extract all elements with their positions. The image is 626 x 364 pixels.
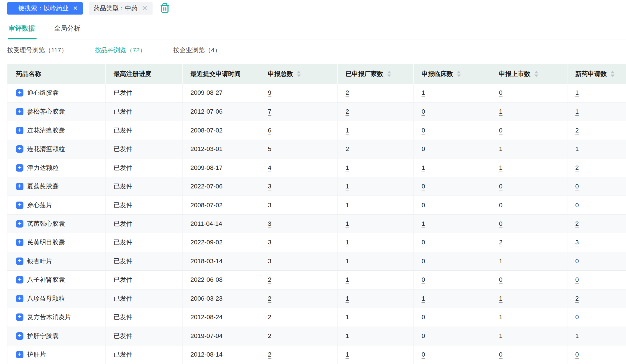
total-applications-link[interactable]: 6 <box>268 127 271 134</box>
total-applications-link[interactable]: 2 <box>268 332 271 339</box>
total-applications-link[interactable]: 2 <box>268 351 271 358</box>
manufacturers-link[interactable]: 1 <box>346 351 349 358</box>
tab-global-analysis[interactable]: 全局分析 <box>54 24 80 33</box>
manufacturers-link[interactable]: 2 <box>346 108 349 115</box>
total-applications-link[interactable]: 2 <box>268 276 271 283</box>
new-drug-applications-link[interactable]: 0 <box>575 313 579 321</box>
total-applications-link[interactable]: 2 <box>268 313 271 321</box>
new-drug-applications-link[interactable]: 0 <box>575 351 579 358</box>
manufacturers-link[interactable]: 1 <box>346 239 349 246</box>
new-drug-applications-link[interactable]: 0 <box>575 276 579 283</box>
manufacturers-link[interactable]: 2 <box>346 145 349 152</box>
caret-down-icon[interactable] <box>457 75 461 77</box>
close-icon[interactable]: ✕ <box>73 5 78 12</box>
clinical-applications-link[interactable]: 0 <box>422 108 425 115</box>
market-applications-link[interactable]: 0 <box>499 276 503 283</box>
new-drug-applications-link[interactable]: 1 <box>575 145 579 152</box>
caret-down-icon[interactable] <box>297 75 301 77</box>
expand-row-button[interactable]: + <box>16 202 23 209</box>
expand-row-button[interactable]: + <box>16 108 23 115</box>
expand-row-button[interactable]: + <box>16 276 23 283</box>
expand-row-button[interactable]: + <box>16 332 23 340</box>
manufacturers-link[interactable]: 1 <box>346 258 349 265</box>
new-drug-applications-link[interactable]: 2 <box>575 127 579 134</box>
clinical-applications-link[interactable]: 1 <box>422 164 425 171</box>
market-applications-link[interactable]: 0 <box>499 89 503 96</box>
expand-row-button[interactable]: + <box>16 89 23 96</box>
clinical-applications-link[interactable]: 1 <box>422 295 425 302</box>
total-applications-link[interactable]: 3 <box>268 239 271 246</box>
new-drug-applications-link[interactable]: 1 <box>575 89 579 96</box>
manufacturers-link[interactable]: 1 <box>346 127 349 134</box>
market-applications-link[interactable]: 2 <box>499 239 503 246</box>
caret-down-icon[interactable] <box>611 75 615 77</box>
market-applications-link[interactable]: 0 <box>499 351 503 358</box>
market-applications-link[interactable]: 1 <box>499 108 503 115</box>
total-applications-link[interactable]: 2 <box>268 295 271 302</box>
manufacturers-link[interactable]: 1 <box>346 202 349 209</box>
manufacturers-link[interactable]: 1 <box>346 220 349 227</box>
caret-up-icon[interactable] <box>387 71 391 73</box>
manufacturers-link[interactable]: 1 <box>346 276 349 283</box>
subtab-by-variety[interactable]: 按品种浏览（72） <box>95 46 146 55</box>
caret-up-icon[interactable] <box>457 71 461 73</box>
sort-control[interactable] <box>297 71 301 77</box>
expand-row-button[interactable]: + <box>16 313 23 321</box>
close-icon[interactable]: ✕ <box>142 4 148 12</box>
expand-row-button[interactable]: + <box>16 164 23 172</box>
clinical-applications-link[interactable]: 1 <box>422 89 425 96</box>
clinical-applications-link[interactable]: 0 <box>422 202 425 209</box>
market-applications-link[interactable]: 1 <box>499 164 503 171</box>
market-applications-link[interactable]: 0 <box>499 202 503 209</box>
caret-up-icon[interactable] <box>534 71 538 73</box>
market-applications-link[interactable]: 0 <box>499 183 503 190</box>
total-applications-link[interactable]: 3 <box>268 220 271 227</box>
new-drug-applications-link[interactable]: 3 <box>575 239 579 246</box>
market-applications-link[interactable]: 0 <box>499 220 503 227</box>
clinical-applications-link[interactable]: 0 <box>422 351 425 358</box>
total-applications-link[interactable]: 7 <box>268 108 271 115</box>
manufacturers-link[interactable]: 1 <box>346 164 349 171</box>
market-applications-link[interactable]: 1 <box>499 295 503 302</box>
clinical-applications-link[interactable]: 0 <box>422 332 425 339</box>
sort-control[interactable] <box>387 71 391 77</box>
clinical-applications-link[interactable]: 0 <box>422 145 425 152</box>
expand-row-button[interactable]: + <box>16 351 23 358</box>
expand-row-button[interactable]: + <box>16 220 23 228</box>
manufacturers-link[interactable]: 1 <box>346 313 349 321</box>
new-drug-applications-link[interactable]: 0 <box>575 258 579 265</box>
market-applications-link[interactable]: 0 <box>499 127 503 134</box>
sort-control[interactable] <box>457 71 461 77</box>
expand-row-button[interactable]: + <box>16 239 23 246</box>
total-applications-link[interactable]: 3 <box>268 202 271 209</box>
caret-down-icon[interactable] <box>534 75 538 77</box>
expand-row-button[interactable]: + <box>16 127 23 134</box>
tab-review-data[interactable]: 审评数据 <box>9 24 35 33</box>
manufacturers-link[interactable]: 1 <box>346 332 349 339</box>
total-applications-link[interactable]: 3 <box>268 183 271 190</box>
market-applications-link[interactable]: 1 <box>499 313 503 321</box>
sort-control[interactable] <box>534 71 538 77</box>
filter-tag-type[interactable]: 药品类型：中药 ✕ <box>89 2 153 15</box>
new-drug-applications-link[interactable]: 2 <box>575 220 579 227</box>
subtab-by-enterprise[interactable]: 按企业浏览（4） <box>173 46 221 55</box>
filter-tag-search[interactable]: 一键搜索：以岭药业 ✕ <box>7 2 83 15</box>
market-applications-link[interactable]: 1 <box>499 258 503 265</box>
manufacturers-link[interactable]: 1 <box>346 295 349 302</box>
total-applications-link[interactable]: 3 <box>268 258 271 265</box>
new-drug-applications-link[interactable]: 1 <box>575 108 579 115</box>
caret-up-icon[interactable] <box>611 71 615 73</box>
expand-row-button[interactable]: + <box>16 295 23 302</box>
clinical-applications-link[interactable]: 1 <box>422 220 425 227</box>
new-drug-applications-link[interactable]: 0 <box>575 202 579 209</box>
expand-row-button[interactable]: + <box>16 183 23 190</box>
total-applications-link[interactable]: 4 <box>268 164 271 171</box>
clinical-applications-link[interactable]: 0 <box>422 276 425 283</box>
clinical-applications-link[interactable]: 0 <box>422 127 425 134</box>
caret-up-icon[interactable] <box>297 71 301 73</box>
market-applications-link[interactable]: 1 <box>499 332 503 339</box>
clinical-applications-link[interactable]: 0 <box>422 313 425 321</box>
expand-row-button[interactable]: + <box>16 258 23 265</box>
expand-row-button[interactable]: + <box>16 145 23 153</box>
new-drug-applications-link[interactable]: 0 <box>575 183 579 190</box>
